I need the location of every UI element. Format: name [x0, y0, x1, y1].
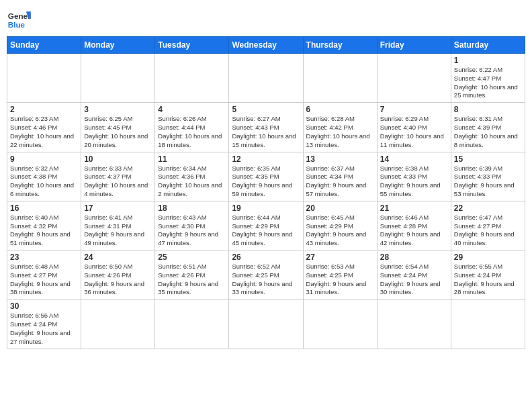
- calendar-cell-1-1: 3Sunrise: 6:25 AM Sunset: 4:45 PM Daylig…: [81, 103, 155, 152]
- calendar-cell-0-1: [81, 54, 155, 103]
- calendar-cell-3-3: 19Sunrise: 6:44 AM Sunset: 4:29 PM Dayli…: [229, 201, 303, 250]
- day-info: Sunrise: 6:39 AM Sunset: 4:33 PM Dayligh…: [454, 165, 522, 199]
- day-number: 6: [306, 105, 374, 114]
- week-row-4: 16Sunrise: 6:40 AM Sunset: 4:32 PM Dayli…: [7, 201, 525, 250]
- day-number: 23: [10, 253, 78, 262]
- calendar-cell-2-3: 12Sunrise: 6:35 AM Sunset: 4:35 PM Dayli…: [229, 152, 303, 201]
- weekday-header-row: SundayMondayTuesdayWednesdayThursdayFrid…: [7, 37, 525, 54]
- day-number: 27: [306, 253, 374, 262]
- logo-icon: General Blue: [7, 7, 31, 31]
- day-number: 9: [10, 154, 78, 164]
- day-info: Sunrise: 6:31 AM Sunset: 4:39 PM Dayligh…: [454, 115, 522, 149]
- day-info: Sunrise: 6:41 AM Sunset: 4:31 PM Dayligh…: [84, 214, 152, 248]
- header: General Blue: [7, 7, 525, 31]
- day-info: Sunrise: 6:28 AM Sunset: 4:42 PM Dayligh…: [306, 115, 374, 149]
- day-info: Sunrise: 6:23 AM Sunset: 4:46 PM Dayligh…: [10, 115, 78, 149]
- calendar-cell-2-2: 11Sunrise: 6:34 AM Sunset: 4:36 PM Dayli…: [155, 152, 229, 201]
- calendar-cell-3-1: 17Sunrise: 6:41 AM Sunset: 4:31 PM Dayli…: [81, 201, 155, 250]
- calendar-cell-1-3: 5Sunrise: 6:27 AM Sunset: 4:43 PM Daylig…: [229, 103, 303, 152]
- calendar-cell-4-0: 23Sunrise: 6:48 AM Sunset: 4:27 PM Dayli…: [7, 250, 81, 300]
- day-info: Sunrise: 6:27 AM Sunset: 4:43 PM Dayligh…: [232, 115, 300, 149]
- day-number: 5: [232, 105, 300, 114]
- day-number: 29: [454, 253, 522, 262]
- calendar-table: SundayMondayTuesdayWednesdayThursdayFrid…: [7, 36, 525, 349]
- calendar-cell-4-3: 26Sunrise: 6:52 AM Sunset: 4:25 PM Dayli…: [229, 250, 303, 300]
- day-number: 10: [84, 154, 152, 164]
- day-number: 1: [454, 56, 522, 65]
- calendar-cell-1-0: 2Sunrise: 6:23 AM Sunset: 4:46 PM Daylig…: [7, 103, 81, 152]
- svg-text:Blue: Blue: [8, 20, 26, 29]
- calendar-cell-4-6: 29Sunrise: 6:55 AM Sunset: 4:24 PM Dayli…: [451, 250, 525, 300]
- day-number: 16: [10, 203, 78, 213]
- calendar-cell-1-2: 4Sunrise: 6:26 AM Sunset: 4:44 PM Daylig…: [155, 103, 229, 152]
- calendar-cell-5-4: [303, 300, 377, 349]
- day-info: Sunrise: 6:55 AM Sunset: 4:24 PM Dayligh…: [454, 263, 522, 297]
- calendar-cell-5-3: [229, 300, 303, 349]
- weekday-header-thursday: Thursday: [303, 37, 377, 54]
- day-number: 28: [380, 253, 448, 262]
- calendar-cell-1-6: 8Sunrise: 6:31 AM Sunset: 4:39 PM Daylig…: [451, 103, 525, 152]
- day-number: 13: [306, 154, 374, 164]
- week-row-5: 23Sunrise: 6:48 AM Sunset: 4:27 PM Dayli…: [7, 250, 525, 300]
- day-info: Sunrise: 6:54 AM Sunset: 4:24 PM Dayligh…: [380, 263, 448, 297]
- week-row-6: 30Sunrise: 6:56 AM Sunset: 4:24 PM Dayli…: [7, 300, 525, 349]
- calendar-cell-2-0: 9Sunrise: 6:32 AM Sunset: 4:38 PM Daylig…: [7, 152, 81, 201]
- day-info: Sunrise: 6:52 AM Sunset: 4:25 PM Dayligh…: [232, 263, 300, 297]
- day-info: Sunrise: 6:29 AM Sunset: 4:40 PM Dayligh…: [380, 115, 448, 149]
- day-info: Sunrise: 6:51 AM Sunset: 4:26 PM Dayligh…: [158, 263, 226, 297]
- day-number: 26: [232, 253, 300, 262]
- day-number: 25: [158, 253, 226, 262]
- day-info: Sunrise: 6:48 AM Sunset: 4:27 PM Dayligh…: [10, 263, 78, 297]
- day-info: Sunrise: 6:46 AM Sunset: 4:28 PM Dayligh…: [380, 214, 448, 248]
- day-info: Sunrise: 6:37 AM Sunset: 4:34 PM Dayligh…: [306, 165, 374, 199]
- day-number: 8: [454, 105, 522, 114]
- calendar-cell-0-3: [229, 54, 303, 103]
- calendar-cell-0-4: [303, 54, 377, 103]
- day-number: 21: [380, 203, 448, 213]
- week-row-2: 2Sunrise: 6:23 AM Sunset: 4:46 PM Daylig…: [7, 103, 525, 152]
- day-number: 4: [158, 105, 226, 114]
- weekday-header-saturday: Saturday: [451, 37, 525, 54]
- calendar-cell-2-6: 15Sunrise: 6:39 AM Sunset: 4:33 PM Dayli…: [451, 152, 525, 201]
- calendar-cell-5-1: [81, 300, 155, 349]
- day-info: Sunrise: 6:25 AM Sunset: 4:45 PM Dayligh…: [84, 115, 152, 149]
- day-info: Sunrise: 6:26 AM Sunset: 4:44 PM Dayligh…: [158, 115, 226, 149]
- day-number: 30: [10, 302, 78, 311]
- day-info: Sunrise: 6:43 AM Sunset: 4:30 PM Dayligh…: [158, 214, 226, 248]
- day-number: 20: [306, 203, 374, 213]
- day-info: Sunrise: 6:53 AM Sunset: 4:25 PM Dayligh…: [306, 263, 374, 297]
- day-number: 15: [454, 154, 522, 164]
- weekday-header-monday: Monday: [81, 37, 155, 54]
- day-number: 7: [380, 105, 448, 114]
- week-row-3: 9Sunrise: 6:32 AM Sunset: 4:38 PM Daylig…: [7, 152, 525, 201]
- calendar-cell-4-5: 28Sunrise: 6:54 AM Sunset: 4:24 PM Dayli…: [377, 250, 451, 300]
- weekday-header-friday: Friday: [377, 37, 451, 54]
- calendar-cell-1-5: 7Sunrise: 6:29 AM Sunset: 4:40 PM Daylig…: [377, 103, 451, 152]
- day-number: 14: [380, 154, 448, 164]
- weekday-header-sunday: Sunday: [7, 37, 81, 54]
- calendar-cell-5-6: [451, 300, 525, 349]
- calendar-cell-2-4: 13Sunrise: 6:37 AM Sunset: 4:34 PM Dayli…: [303, 152, 377, 201]
- day-number: 3: [84, 105, 152, 114]
- calendar-cell-3-5: 21Sunrise: 6:46 AM Sunset: 4:28 PM Dayli…: [377, 201, 451, 250]
- day-info: Sunrise: 6:56 AM Sunset: 4:24 PM Dayligh…: [10, 312, 78, 346]
- calendar-cell-0-0: [7, 54, 81, 103]
- day-number: 19: [232, 203, 300, 213]
- calendar-cell-2-5: 14Sunrise: 6:38 AM Sunset: 4:33 PM Dayli…: [377, 152, 451, 201]
- day-number: 11: [158, 154, 226, 164]
- page: General Blue SundayMondayTuesdayWednesda…: [0, 0, 532, 411]
- day-info: Sunrise: 6:22 AM Sunset: 4:47 PM Dayligh…: [454, 66, 522, 100]
- calendar-cell-5-0: 30Sunrise: 6:56 AM Sunset: 4:24 PM Dayli…: [7, 300, 81, 349]
- day-number: 18: [158, 203, 226, 213]
- day-info: Sunrise: 6:35 AM Sunset: 4:35 PM Dayligh…: [232, 165, 300, 199]
- calendar-cell-4-2: 25Sunrise: 6:51 AM Sunset: 4:26 PM Dayli…: [155, 250, 229, 300]
- day-info: Sunrise: 6:38 AM Sunset: 4:33 PM Dayligh…: [380, 165, 448, 199]
- calendar-cell-4-4: 27Sunrise: 6:53 AM Sunset: 4:25 PM Dayli…: [303, 250, 377, 300]
- day-info: Sunrise: 6:34 AM Sunset: 4:36 PM Dayligh…: [158, 165, 226, 199]
- day-info: Sunrise: 6:40 AM Sunset: 4:32 PM Dayligh…: [10, 214, 78, 248]
- day-info: Sunrise: 6:45 AM Sunset: 4:29 PM Dayligh…: [306, 214, 374, 248]
- day-info: Sunrise: 6:50 AM Sunset: 4:26 PM Dayligh…: [84, 263, 152, 297]
- calendar-cell-2-1: 10Sunrise: 6:33 AM Sunset: 4:37 PM Dayli…: [81, 152, 155, 201]
- day-number: 22: [454, 203, 522, 213]
- day-number: 24: [84, 253, 152, 262]
